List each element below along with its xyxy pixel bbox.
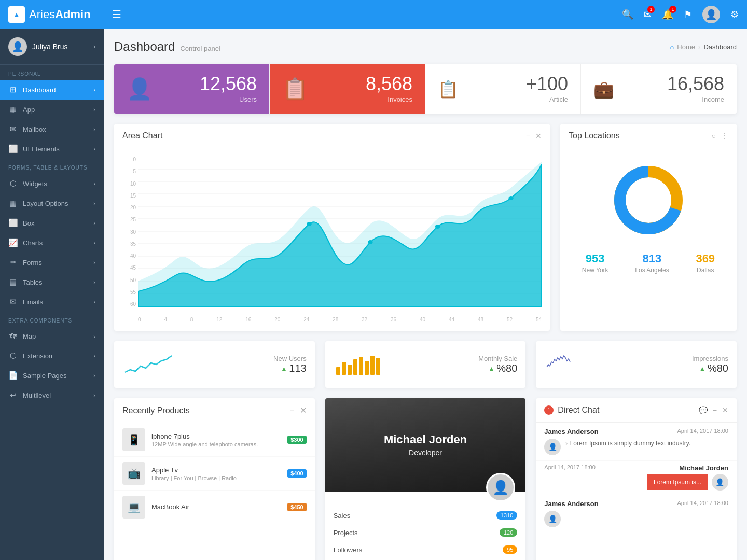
sidebar-label-app: App: [23, 106, 35, 114]
msg3-sender: James Anderson: [544, 500, 598, 508]
sidebar-item-mailbox[interactable]: ✉ Mailbox ›: [0, 119, 104, 139]
area-chart-controls[interactable]: − ✕: [526, 132, 542, 140]
sidebar-label-emails: Emails: [23, 298, 43, 306]
sidebar-item-extension[interactable]: ⬡ Extension ›: [0, 346, 104, 366]
sidebar-item-app[interactable]: ▦ App ›: [0, 100, 104, 119]
top-locations-controls[interactable]: ○ ⋮: [712, 132, 728, 140]
settings-button[interactable]: ⚙: [730, 9, 739, 20]
chat-msg-2-header: April 14, 2017 18:00 Michael Jorden: [536, 461, 737, 474]
chat-minimize[interactable]: −: [713, 406, 717, 414]
stat-users-value: 12,568: [161, 75, 257, 93]
sidebar-item-multilevel[interactable]: ↩ Multilevel ›: [0, 385, 104, 405]
product-img-2: 📺: [122, 462, 145, 485]
breadcrumb-home[interactable]: Home: [677, 43, 695, 51]
sidebar-item-emails[interactable]: ✉ Emails ›: [0, 292, 104, 312]
sidebar-arrow: ›: [93, 87, 95, 93]
monthly-sale-label: Monthly Sale: [478, 355, 517, 362]
chat-comment-icon[interactable]: 💬: [699, 406, 708, 414]
more-icon[interactable]: ⋮: [721, 132, 728, 140]
newyork-label: New York: [582, 267, 608, 274]
sales-label: Sales: [334, 512, 351, 520]
sidebar-item-tables[interactable]: ▤ Tables ›: [0, 272, 104, 292]
area-chart-header: Area Chart − ✕: [114, 124, 550, 148]
bell-button[interactable]: 🔔 1: [662, 9, 673, 20]
income-icon: 💼: [593, 79, 614, 99]
impressions-value: ▲ %80: [692, 362, 728, 374]
forms-icon: ✏: [8, 258, 18, 267]
close-button[interactable]: ✕: [535, 132, 542, 140]
profile-stat-sales: Sales 1310: [334, 507, 518, 524]
sidebar-arrow-multi: ›: [93, 392, 95, 398]
impressions-info: Impressions ▲ %80: [692, 355, 728, 374]
svg-point-15: [435, 225, 440, 229]
sidebar-label-charts: Charts: [23, 239, 43, 247]
hamburger-button[interactable]: ☰: [112, 8, 121, 21]
profile-role: Developer: [409, 449, 442, 457]
monthly-sale-chart: [334, 352, 385, 377]
chat-msg-1: James Anderson April 14, 2017 18:00 👤 › …: [536, 423, 737, 461]
emails-icon: ✉: [8, 297, 18, 306]
chat-msg-2-body: Lorem Ipsum is... 👤: [536, 474, 737, 495]
sidebar-section-personal: PERSONAL: [0, 65, 104, 80]
msg1-avatar: 👤: [544, 439, 561, 455]
donut-chart-wrap: [560, 148, 737, 247]
profile-name: Michael Jorden: [384, 433, 467, 446]
area-chart-card: Area Chart − ✕ 60 55 50 45 40: [114, 124, 550, 331]
article-icon: 📋: [438, 79, 459, 99]
sidebar-item-sample[interactable]: 📄 Sample Pages ›: [0, 366, 104, 385]
sidebar-item-dashboard[interactable]: ⊞ Dashboard ›: [0, 80, 104, 100]
sidebar-label-layout: Layout Options: [23, 200, 68, 207]
new-users-chart: [122, 352, 174, 377]
chat-msg-3-body: 👤: [544, 511, 728, 527]
main-content: Dashboard Control panel ⌂ Home › Dashboa…: [104, 29, 747, 560]
invoices-icon: 📋: [282, 77, 308, 101]
chat-msg-3: James Anderson April 14, 2017 18:00 👤: [536, 495, 737, 533]
sidebar-item-box[interactable]: ⬜ Box ›: [0, 213, 104, 233]
svg-point-13: [307, 222, 311, 226]
products-header: Recently Products − ✕: [114, 398, 315, 423]
sidebar-section-forms: FORMS, TABLE & LAYOUTS: [0, 159, 104, 174]
stat-income-info: 16,568 Income: [622, 75, 724, 103]
sidebar-item-widgets[interactable]: ⬡ Widgets ›: [0, 174, 104, 193]
stat-users-info: 12,568 Users: [161, 75, 257, 103]
sidebar-label-dashboard: Dashboard: [23, 86, 56, 94]
chat-header: 1 Direct Chat 💬 − ✕: [536, 398, 737, 423]
sidebar-item-map[interactable]: 🗺 Map ›: [0, 327, 104, 346]
sidebar-user[interactable]: 👤 Juliya Brus ›: [0, 29, 104, 65]
area-chart-body: 60 55 50 45 40 35 30 25 20 15 10 5: [114, 148, 550, 331]
sidebar-item-ui-elements[interactable]: ⬜ UI Elements ›: [0, 139, 104, 159]
mail-button[interactable]: ✉ 1: [644, 9, 652, 20]
minimize-button[interactable]: −: [526, 132, 530, 140]
circle-icon[interactable]: ○: [712, 132, 716, 140]
chat-msg-3-header: James Anderson April 14, 2017 18:00: [544, 500, 728, 508]
mailbox-icon: ✉: [8, 124, 18, 134]
chat-controls[interactable]: 💬 − ✕: [699, 406, 728, 414]
sidebar-user-name: Juliya Brus: [32, 43, 67, 51]
map-icon: 🗺: [8, 332, 18, 341]
chat-close[interactable]: ✕: [722, 406, 728, 414]
top-locations-card: Top Locations ○ ⋮: [560, 124, 737, 331]
products-minimize[interactable]: −: [289, 405, 294, 415]
product-name-3: MacBook Air: [151, 503, 281, 511]
products-controls[interactable]: − ✕: [289, 405, 306, 415]
sidebar-item-layout[interactable]: ▦ Layout Options ›: [0, 193, 104, 213]
la-label: Los Angeles: [635, 267, 669, 274]
chat-badge: 1: [544, 405, 554, 415]
mini-stat-impressions: Impressions ▲ %80: [536, 341, 737, 388]
svg-point-16: [508, 196, 513, 200]
products-close[interactable]: ✕: [300, 405, 307, 415]
svg-rect-28: [370, 356, 375, 375]
location-stat-dallas: 369 Dallas: [696, 252, 715, 274]
product-price-3: $450: [287, 503, 306, 511]
msg1-text: Lorem Ipsum is simply dummy text industr…: [570, 439, 691, 448]
stat-cards: 👤 12,568 Users 📋 8,568 Invoices 📋 +100 A…: [114, 64, 737, 114]
sidebar-item-charts[interactable]: 📈 Charts ›: [0, 233, 104, 253]
products-title: Recently Products: [122, 406, 190, 415]
breadcrumb: ⌂ Home › Dashboard: [670, 43, 737, 51]
sidebar-item-forms[interactable]: ✏ Forms ›: [0, 253, 104, 272]
stat-card-users: 👤 12,568 Users: [114, 64, 270, 114]
search-button[interactable]: 🔍: [622, 9, 633, 20]
user-avatar[interactable]: 👤: [702, 6, 720, 23]
stat-invoices-info: 8,568 Invoices: [316, 75, 412, 103]
flag-button[interactable]: ⚑: [684, 9, 692, 20]
